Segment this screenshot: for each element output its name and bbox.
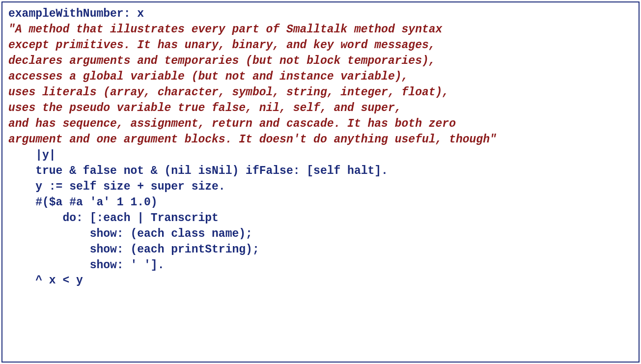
comment-line: argument and one argument blocks. It doe…: [8, 132, 633, 148]
comment-line: except primitives. It has unary, binary,…: [8, 38, 633, 54]
code-line: true & false not & (nil isNil) ifFalse: …: [8, 164, 633, 179]
comment-line: uses the pseudo variable true false, nil…: [8, 101, 633, 116]
code-line: #($a #a 'a' 1 1.0): [8, 195, 633, 211]
code-line: |y|: [8, 148, 633, 164]
code-line: do: [:each | Transcript: [8, 211, 633, 226]
code-line: show: (each printString);: [8, 242, 633, 258]
code-line: ^ x < y: [8, 273, 633, 289]
code-line: y := self size + super size.: [8, 179, 633, 195]
code-line: show: (each class name);: [8, 226, 633, 242]
comment-line: declares arguments and temporaries (but …: [8, 54, 633, 69]
comment-line: uses literals (array, character, symbol,…: [8, 85, 633, 101]
method-selector: exampleWithNumber: x: [8, 6, 633, 22]
code-line: show: ' '].: [8, 258, 633, 274]
comment-line: accesses a global variable (but not and …: [8, 69, 633, 85]
comment-line: and has sequence, assignment, return and…: [8, 116, 633, 132]
comment-line: "A method that illustrates every part of…: [8, 22, 633, 38]
code-box: exampleWithNumber: x "A method that illu…: [1, 1, 640, 363]
